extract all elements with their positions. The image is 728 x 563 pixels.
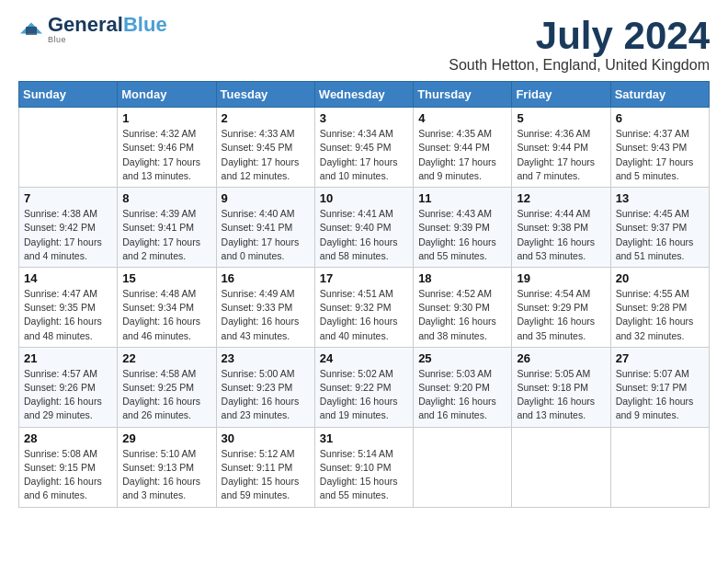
- calendar-cell: 6Sunrise: 4:37 AMSunset: 9:43 PMDaylight…: [610, 108, 709, 188]
- calendar-cell: 28Sunrise: 5:08 AMSunset: 9:15 PMDayligh…: [19, 427, 118, 507]
- day-number: 9: [222, 191, 310, 205]
- day-number: 11: [418, 191, 506, 205]
- weekday-header-tuesday: Tuesday: [216, 82, 314, 108]
- day-number: 22: [122, 351, 210, 365]
- day-number: 16: [222, 271, 310, 285]
- day-info: Sunrise: 4:39 AMSunset: 9:41 PMDaylight:…: [122, 207, 210, 263]
- calendar-cell: 20Sunrise: 4:55 AMSunset: 9:28 PMDayligh…: [610, 267, 709, 347]
- day-number: 28: [24, 431, 112, 445]
- calendar-cell: 13Sunrise: 4:45 AMSunset: 9:37 PMDayligh…: [610, 188, 709, 268]
- day-number: 17: [320, 271, 408, 285]
- day-number: 3: [320, 111, 408, 125]
- day-number: 30: [222, 431, 310, 445]
- weekday-header-friday: Friday: [512, 82, 610, 108]
- day-number: 25: [418, 351, 506, 365]
- day-info: Sunrise: 5:08 AMSunset: 9:15 PMDaylight:…: [24, 447, 112, 503]
- calendar-week-row: 1Sunrise: 4:32 AMSunset: 9:46 PMDaylight…: [19, 108, 710, 188]
- day-info: Sunrise: 4:44 AMSunset: 9:38 PMDaylight:…: [517, 207, 605, 263]
- calendar-cell: 8Sunrise: 4:39 AMSunset: 9:41 PMDaylight…: [118, 188, 216, 268]
- day-number: 5: [517, 111, 605, 125]
- day-info: Sunrise: 4:37 AMSunset: 9:43 PMDaylight:…: [616, 127, 704, 183]
- day-info: Sunrise: 4:34 AMSunset: 9:45 PMDaylight:…: [320, 127, 408, 183]
- calendar-cell: 27Sunrise: 5:07 AMSunset: 9:17 PMDayligh…: [610, 347, 709, 427]
- day-info: Sunrise: 4:43 AMSunset: 9:39 PMDaylight:…: [418, 207, 506, 263]
- day-number: 18: [418, 271, 506, 285]
- day-info: Sunrise: 4:33 AMSunset: 9:45 PMDaylight:…: [222, 127, 310, 183]
- day-info: Sunrise: 4:40 AMSunset: 9:41 PMDaylight:…: [222, 207, 310, 263]
- calendar-cell: 21Sunrise: 4:57 AMSunset: 9:26 PMDayligh…: [19, 347, 118, 427]
- day-number: 4: [418, 111, 506, 125]
- day-number: 8: [122, 191, 210, 205]
- calendar-cell: 3Sunrise: 4:34 AMSunset: 9:45 PMDaylight…: [314, 108, 413, 188]
- calendar-cell: 17Sunrise: 4:51 AMSunset: 9:32 PMDayligh…: [314, 267, 413, 347]
- day-info: Sunrise: 4:49 AMSunset: 9:33 PMDaylight:…: [222, 287, 310, 343]
- day-number: 19: [517, 271, 605, 285]
- svg-marker-1: [26, 27, 37, 35]
- calendar-cell: [512, 427, 610, 507]
- day-number: 24: [320, 351, 408, 365]
- day-info: Sunrise: 5:03 AMSunset: 9:20 PMDaylight:…: [418, 367, 506, 423]
- calendar-cell: 2Sunrise: 4:33 AMSunset: 9:45 PMDaylight…: [216, 108, 314, 188]
- calendar-week-row: 21Sunrise: 4:57 AMSunset: 9:26 PMDayligh…: [19, 347, 710, 427]
- day-info: Sunrise: 4:41 AMSunset: 9:40 PMDaylight:…: [320, 207, 408, 263]
- day-info: Sunrise: 4:55 AMSunset: 9:28 PMDaylight:…: [616, 287, 704, 343]
- day-number: 15: [122, 271, 210, 285]
- location-title: South Hetton, England, United Kingdom: [449, 57, 710, 74]
- weekday-header-row: SundayMondayTuesdayWednesdayThursdayFrid…: [19, 82, 710, 108]
- day-info: Sunrise: 4:38 AMSunset: 9:42 PMDaylight:…: [24, 207, 112, 263]
- weekday-header-wednesday: Wednesday: [314, 82, 413, 108]
- logo-blue: Blue: [123, 13, 167, 36]
- title-block: July 2024 South Hetton, England, United …: [449, 15, 710, 74]
- day-info: Sunrise: 4:32 AMSunset: 9:46 PMDaylight:…: [122, 127, 210, 183]
- calendar-cell: 30Sunrise: 5:12 AMSunset: 9:11 PMDayligh…: [216, 427, 314, 507]
- logo: GeneralBlue Blue: [18, 15, 167, 44]
- day-number: 10: [320, 191, 408, 205]
- day-info: Sunrise: 4:47 AMSunset: 9:35 PMDaylight:…: [24, 287, 112, 343]
- page-header: GeneralBlue Blue July 2024 South Hetton,…: [18, 15, 710, 74]
- calendar-cell: 15Sunrise: 4:48 AMSunset: 9:34 PMDayligh…: [118, 267, 216, 347]
- calendar-cell: 4Sunrise: 4:35 AMSunset: 9:44 PMDaylight…: [414, 108, 512, 188]
- calendar-cell: 1Sunrise: 4:32 AMSunset: 9:46 PMDaylight…: [118, 108, 216, 188]
- calendar-cell: 22Sunrise: 4:58 AMSunset: 9:25 PMDayligh…: [118, 347, 216, 427]
- day-number: 29: [122, 431, 210, 445]
- day-info: Sunrise: 5:12 AMSunset: 9:11 PMDaylight:…: [222, 447, 310, 503]
- day-number: 26: [517, 351, 605, 365]
- calendar-cell: 12Sunrise: 4:44 AMSunset: 9:38 PMDayligh…: [512, 188, 610, 268]
- calendar-cell: 18Sunrise: 4:52 AMSunset: 9:30 PMDayligh…: [414, 267, 512, 347]
- day-number: 12: [517, 191, 605, 205]
- day-number: 14: [24, 271, 112, 285]
- day-number: 20: [616, 271, 704, 285]
- day-number: 13: [616, 191, 704, 205]
- day-info: Sunrise: 4:52 AMSunset: 9:30 PMDaylight:…: [418, 287, 506, 343]
- calendar-week-row: 28Sunrise: 5:08 AMSunset: 9:15 PMDayligh…: [19, 427, 710, 507]
- day-info: Sunrise: 4:45 AMSunset: 9:37 PMDaylight:…: [616, 207, 704, 263]
- day-number: 6: [616, 111, 704, 125]
- calendar-cell: 16Sunrise: 4:49 AMSunset: 9:33 PMDayligh…: [216, 267, 314, 347]
- day-number: 27: [616, 351, 704, 365]
- calendar-cell: [19, 108, 118, 188]
- day-info: Sunrise: 5:02 AMSunset: 9:22 PMDaylight:…: [320, 367, 408, 423]
- day-number: 31: [320, 431, 408, 445]
- calendar-week-row: 7Sunrise: 4:38 AMSunset: 9:42 PMDaylight…: [19, 188, 710, 268]
- day-number: 21: [24, 351, 112, 365]
- day-info: Sunrise: 4:51 AMSunset: 9:32 PMDaylight:…: [320, 287, 408, 343]
- day-info: Sunrise: 4:54 AMSunset: 9:29 PMDaylight:…: [517, 287, 605, 343]
- weekday-header-monday: Monday: [118, 82, 216, 108]
- weekday-header-thursday: Thursday: [414, 82, 512, 108]
- day-info: Sunrise: 5:00 AMSunset: 9:23 PMDaylight:…: [222, 367, 310, 423]
- calendar-cell: [610, 427, 709, 507]
- day-info: Sunrise: 4:36 AMSunset: 9:44 PMDaylight:…: [517, 127, 605, 183]
- calendar-cell: 19Sunrise: 4:54 AMSunset: 9:29 PMDayligh…: [512, 267, 610, 347]
- calendar-cell: 14Sunrise: 4:47 AMSunset: 9:35 PMDayligh…: [19, 267, 118, 347]
- logo-general: General: [48, 13, 123, 36]
- calendar-cell: 25Sunrise: 5:03 AMSunset: 9:20 PMDayligh…: [414, 347, 512, 427]
- calendar-cell: 5Sunrise: 4:36 AMSunset: 9:44 PMDaylight…: [512, 108, 610, 188]
- day-info: Sunrise: 5:05 AMSunset: 9:18 PMDaylight:…: [517, 367, 605, 423]
- calendar-cell: 11Sunrise: 4:43 AMSunset: 9:39 PMDayligh…: [414, 188, 512, 268]
- calendar-cell: 7Sunrise: 4:38 AMSunset: 9:42 PMDaylight…: [19, 188, 118, 268]
- day-info: Sunrise: 4:58 AMSunset: 9:25 PMDaylight:…: [122, 367, 210, 423]
- calendar-cell: 10Sunrise: 4:41 AMSunset: 9:40 PMDayligh…: [314, 188, 413, 268]
- weekday-header-saturday: Saturday: [610, 82, 709, 108]
- day-info: Sunrise: 4:48 AMSunset: 9:34 PMDaylight:…: [122, 287, 210, 343]
- day-number: 7: [24, 191, 112, 205]
